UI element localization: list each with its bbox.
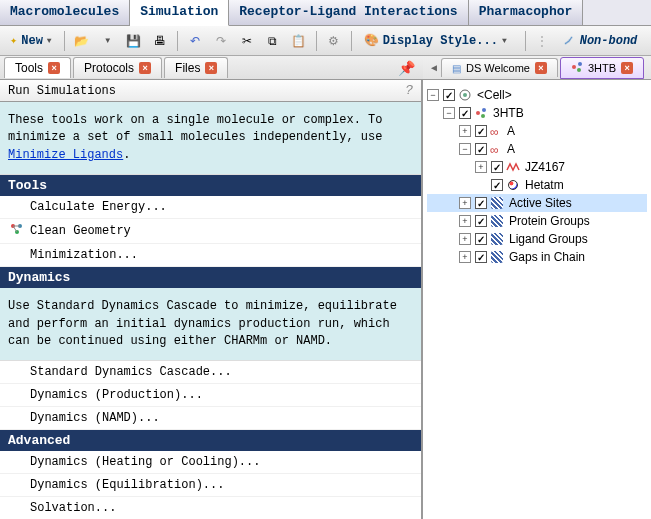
tree-node-hetatm[interactable]: Hetatm — [427, 176, 647, 194]
tree-node-active-sites[interactable]: + Active Sites — [427, 194, 647, 212]
tree-node-3htb[interactable]: − 3HTB — [427, 104, 647, 122]
tool-label: Standard Dynamics Cascade... — [30, 365, 232, 379]
tools-scroll-area[interactable]: These tools work on a single molecule or… — [0, 102, 421, 519]
close-icon[interactable]: × — [205, 62, 217, 74]
tool-dynamics-production[interactable]: Dynamics (Production)... — [0, 384, 421, 407]
intro-description: These tools work on a single molecule or… — [0, 102, 421, 175]
checkbox[interactable] — [475, 125, 487, 137]
close-icon[interactable]: × — [621, 62, 633, 74]
folder-open-icon: 📂 — [74, 34, 89, 48]
expand-icon[interactable]: + — [459, 215, 471, 227]
expand-icon[interactable]: + — [459, 125, 471, 137]
panel-header: Run Simulations ? — [0, 80, 421, 102]
save-icon: 💾 — [126, 34, 141, 48]
pin-icon[interactable]: 📌 — [398, 60, 415, 76]
left-tabs: Tools × Protocols × Files × 📌 — [0, 56, 423, 80]
tab-ds-welcome-label: DS Welcome — [466, 62, 530, 74]
tool-standard-dynamics-cascade[interactable]: Standard Dynamics Cascade... — [0, 361, 421, 384]
main-menubar: Macromolecules Simulation Receptor-Ligan… — [0, 0, 651, 26]
checkbox[interactable] — [443, 89, 455, 101]
hetatm-icon — [506, 178, 520, 192]
cut-button[interactable]: ✂ — [236, 30, 258, 52]
collapse-icon[interactable]: − — [443, 107, 455, 119]
tool-clean-geometry[interactable]: Clean Geometry — [0, 219, 421, 244]
section-advanced-header: Advanced — [0, 430, 421, 451]
checkbox[interactable] — [475, 197, 487, 209]
section-tools-header: Tools — [0, 175, 421, 196]
tool-label: Solvation... — [30, 501, 116, 515]
expand-icon[interactable]: + — [459, 251, 471, 263]
checkbox[interactable] — [491, 161, 503, 173]
tool-dynamics-heating-cooling[interactable]: Dynamics (Heating or Cooling)... — [0, 451, 421, 474]
tool-calculate-energy[interactable]: Calculate Energy... — [0, 196, 421, 219]
close-icon[interactable]: × — [48, 62, 60, 74]
collapse-icon[interactable]: − — [427, 89, 439, 101]
nonbond-button[interactable]: ⟋ Non-bond — [556, 32, 644, 50]
tool-solvation[interactable]: Solvation... — [0, 497, 421, 519]
tool-label: Dynamics (NAMD)... — [30, 411, 160, 425]
new-button[interactable]: ✦ New ▼ — [4, 31, 58, 50]
checkbox[interactable] — [475, 143, 487, 155]
chevron-down-icon: ▼ — [47, 36, 52, 45]
tree-label: A — [505, 124, 517, 138]
tree-node-protein-groups[interactable]: + Protein Groups — [427, 212, 647, 230]
tab-files-label: Files — [175, 61, 200, 75]
tree-label: 3HTB — [491, 106, 526, 120]
menubar-tab-pharmacophor[interactable]: Pharmacophor — [469, 0, 584, 25]
tool-label: Dynamics (Heating or Cooling)... — [30, 455, 260, 469]
tool-dynamics-equilibration[interactable]: Dynamics (Equilibration)... — [0, 474, 421, 497]
help-icon[interactable]: ? — [405, 83, 413, 98]
checkbox[interactable] — [459, 107, 471, 119]
checkbox[interactable] — [475, 251, 487, 263]
tool-dynamics-namd[interactable]: Dynamics (NAMD)... — [0, 407, 421, 430]
checkbox[interactable] — [475, 215, 487, 227]
display-style-button[interactable]: 🎨 Display Style... ▼ — [358, 31, 513, 50]
print-button[interactable]: 🖶 — [149, 30, 171, 52]
display-style-label: Display Style... — [383, 34, 498, 48]
checkbox[interactable] — [475, 233, 487, 245]
tree-node-chain-a-1[interactable]: + A — [427, 122, 647, 140]
main-toolbar: ✦ New ▼ 📂 ▼ 💾 🖶 ↶ ↷ ✂ ⧉ 📋 ⚙ 🎨 Display St… — [0, 26, 651, 56]
svg-point-2 — [577, 68, 581, 72]
close-icon[interactable]: × — [535, 62, 547, 74]
expand-icon[interactable]: + — [459, 233, 471, 245]
tool-minimization[interactable]: Minimization... — [0, 244, 421, 267]
expand-icon[interactable]: + — [459, 197, 471, 209]
copy-button[interactable]: ⧉ — [262, 30, 284, 52]
menubar-tab-simulation[interactable]: Simulation — [130, 0, 229, 26]
settings-button[interactable]: ⚙ — [323, 30, 345, 52]
tab-files[interactable]: Files × — [164, 57, 228, 78]
arrow-button[interactable]: ▼ — [97, 30, 119, 52]
clean-geometry-icon — [10, 223, 24, 239]
tree-node-jz4167[interactable]: + JZ4167 — [427, 158, 647, 176]
tab-3htb[interactable]: 3HTB × — [560, 57, 644, 79]
tree-label: JZ4167 — [523, 160, 567, 174]
menubar-tab-receptor-ligand[interactable]: Receptor-Ligand Interactions — [229, 0, 468, 25]
save-button[interactable]: 💾 — [123, 30, 145, 52]
undo-button[interactable]: ↶ — [184, 30, 206, 52]
tree-node-chain-a-2[interactable]: − A — [427, 140, 647, 158]
molecule-icon — [474, 106, 488, 120]
group-icon — [490, 232, 504, 246]
tab-tools[interactable]: Tools × — [4, 57, 71, 78]
scroll-left-icon[interactable]: ◄ — [427, 62, 441, 73]
tab-protocols[interactable]: Protocols × — [73, 57, 162, 78]
tool-label: Dynamics (Production)... — [30, 388, 203, 402]
collapse-icon[interactable]: − — [459, 143, 471, 155]
checkbox[interactable] — [491, 179, 503, 191]
close-icon[interactable]: × — [139, 62, 151, 74]
redo-button[interactable]: ↷ — [210, 30, 232, 52]
tree-node-gaps-in-chain[interactable]: + Gaps in Chain — [427, 248, 647, 266]
chevron-down-icon: ▼ — [104, 36, 112, 45]
panel-title: Run Simulations — [8, 84, 116, 98]
paste-button[interactable]: 📋 — [288, 30, 310, 52]
expand-icon[interactable]: + — [475, 161, 487, 173]
tool-label: Dynamics (Equilibration)... — [30, 478, 224, 492]
ligand-icon — [506, 160, 520, 174]
tab-ds-welcome[interactable]: ▤ DS Welcome × — [441, 58, 558, 77]
minimize-ligands-link[interactable]: Minimize Ligands — [8, 148, 123, 162]
tree-node-cell[interactable]: − <Cell> — [427, 86, 647, 104]
tree-node-ligand-groups[interactable]: + Ligand Groups — [427, 230, 647, 248]
menubar-tab-macromolecules[interactable]: Macromolecules — [0, 0, 130, 25]
open-button[interactable]: 📂 — [71, 30, 93, 52]
